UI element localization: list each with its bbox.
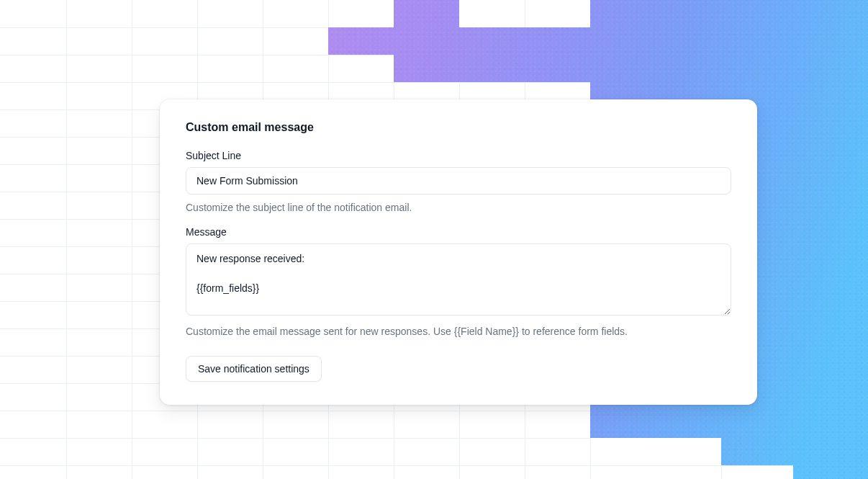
card-title: Custom email message bbox=[186, 121, 731, 134]
custom-email-card: Custom email message Subject Line Custom… bbox=[160, 99, 757, 405]
message-label: Message bbox=[186, 226, 731, 238]
subject-input[interactable] bbox=[186, 167, 731, 194]
message-help: Customize the email message sent for new… bbox=[186, 326, 731, 337]
subject-help: Customize the subject line of the notifi… bbox=[186, 202, 731, 213]
message-field: Message Customize the email message sent… bbox=[186, 226, 731, 337]
save-notification-settings-button[interactable]: Save notification settings bbox=[186, 356, 322, 382]
subject-label: Subject Line bbox=[186, 150, 731, 161]
message-textarea[interactable] bbox=[186, 243, 731, 315]
subject-field: Subject Line Customize the subject line … bbox=[186, 150, 731, 213]
